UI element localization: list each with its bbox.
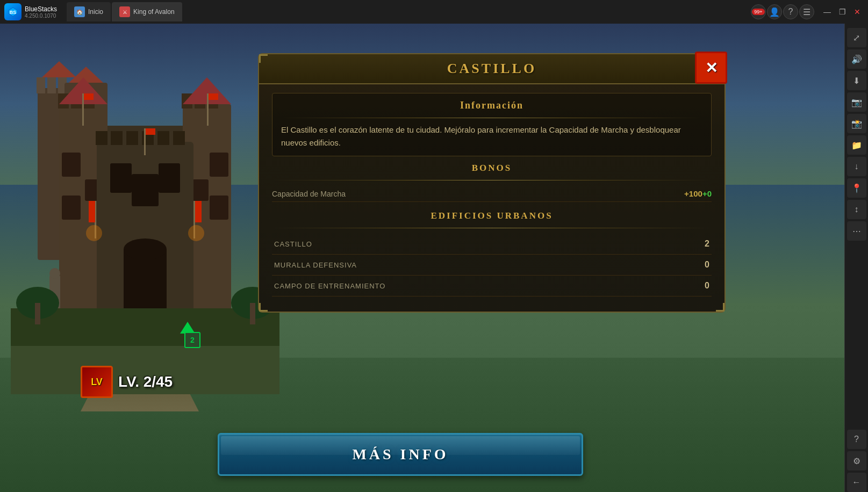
svg-rect-28	[111, 131, 123, 145]
building-label-0: CASTILLO	[274, 240, 312, 248]
svg-rect-42	[84, 93, 94, 100]
close-btn-win[interactable]: ✕	[851, 5, 864, 18]
svg-rect-41	[82, 93, 84, 126]
sound-btn[interactable]: 🔊	[847, 49, 866, 69]
resize-btn[interactable]: ↕	[847, 200, 866, 219]
svg-rect-27	[96, 131, 107, 145]
panel-title: CASTILLO	[270, 61, 714, 77]
panel-content: Información El Castillo es el corazón la…	[259, 84, 724, 312]
tab-game[interactable]: ⚔ King of Avalon	[112, 2, 182, 21]
svg-rect-45	[144, 128, 146, 155]
svg-rect-24	[210, 196, 228, 220]
svg-marker-8	[69, 67, 103, 83]
svg-point-37	[124, 238, 167, 260]
svg-marker-6	[42, 61, 76, 77]
svg-rect-46	[146, 128, 155, 135]
help-btn[interactable]: ?	[783, 4, 798, 19]
svg-rect-4	[47, 77, 56, 93]
panel-title-bar: CASTILLO	[259, 54, 724, 84]
lv-icon: LV	[81, 366, 113, 398]
svg-text:BS: BS	[10, 10, 17, 15]
svg-rect-43	[207, 93, 209, 126]
tab-game-label: King of Avalon	[133, 8, 175, 16]
building-value-0: 2	[705, 239, 709, 249]
svg-rect-25	[192, 179, 209, 201]
building-row-muralla: MURALLA DEFENSIVA 0	[272, 255, 712, 276]
svg-rect-16	[62, 196, 81, 220]
svg-point-54	[49, 268, 60, 279]
edificios-section: EDIFICIOS URBANOS CASTILLO 2 MURALLA DEF…	[272, 211, 712, 296]
notification-btn[interactable]: 99+	[751, 4, 766, 19]
bonos-section: BONOS Capacidad de Marcha +100+0	[272, 163, 712, 202]
titlebar-controls: 99+ 👤 ? ☰ — ❐ ✕	[751, 4, 868, 19]
svg-rect-32	[173, 131, 185, 145]
mas-info-label: MÁS INFO	[352, 446, 448, 463]
svg-rect-60	[250, 303, 255, 324]
svg-rect-35	[132, 174, 159, 206]
svg-rect-3	[37, 77, 45, 93]
maximize-btn[interactable]: ❐	[836, 5, 849, 18]
screenshot-btn[interactable]: 📷	[847, 92, 866, 112]
more-btn[interactable]: ⋯	[847, 221, 866, 241]
edificios-divider	[272, 228, 712, 228]
edificios-title: EDIFICIOS URBANOS	[272, 211, 712, 221]
import-btn[interactable]: ↓	[847, 157, 866, 176]
bonus-value-marcha: +100+0	[684, 189, 712, 198]
close-button[interactable]: ✕	[695, 52, 727, 84]
download-btn[interactable]: ⬇	[847, 71, 866, 90]
corner-decoration-br	[716, 303, 724, 312]
sidebar-back-btn[interactable]: ←	[847, 473, 866, 492]
svg-rect-31	[157, 131, 169, 145]
info-description: El Castillo es el corazón latente de tu …	[281, 124, 702, 149]
svg-rect-29	[126, 131, 138, 145]
mas-info-button[interactable]: MÁS INFO	[218, 433, 583, 476]
user-btn[interactable]: 👤	[767, 4, 782, 19]
sidebar-help-btn[interactable]: ?	[847, 430, 866, 449]
tab-bar: 🏠 Inicio ⚔ King of Avalon	[67, 2, 182, 21]
camera-btn[interactable]: 📸	[847, 114, 866, 133]
svg-rect-59	[35, 303, 40, 324]
building-label-1: MURALLA DEFENSIVA	[274, 261, 357, 269]
svg-rect-15	[62, 153, 81, 177]
menu-btn[interactable]: ☰	[799, 4, 814, 19]
minimize-btn[interactable]: —	[821, 5, 834, 18]
expand-btn[interactable]: ⤢	[847, 28, 866, 47]
app-logo: BS BlueStacks 4.250.0.1070	[0, 3, 61, 20]
svg-rect-33	[110, 163, 132, 193]
tab-home-label: Inicio	[88, 8, 103, 16]
location-btn[interactable]: 📍	[847, 178, 866, 198]
info-section-title: Información	[281, 100, 702, 111]
building-value-2: 0	[705, 281, 709, 291]
bonos-title: BONOS	[272, 163, 712, 173]
castle-illustration	[11, 45, 279, 394]
info-section: Información El Castillo es el corazón la…	[272, 93, 712, 156]
bonus-row-marcha: Capacidad de Marcha +100+0	[272, 186, 712, 202]
game-area: LV LV. 2/45 2 ✕ CASTILLO Información El …	[0, 24, 844, 492]
building-row-castillo: CASTILLO 2	[272, 234, 712, 255]
bonos-divider	[272, 180, 712, 180]
sidebar-settings-btn[interactable]: ⚙	[847, 451, 866, 471]
bluestacks-icon: BS	[4, 3, 21, 20]
titlebar: BS BlueStacks 4.250.0.1070 🏠 Inicio ⚔ Ki…	[0, 0, 868, 24]
building-row-campo: CAMPO DE ENTRENAMIENTO 0	[272, 276, 712, 296]
svg-rect-23	[210, 153, 228, 177]
corner-decoration-tl	[259, 54, 268, 63]
svg-rect-50	[195, 201, 202, 222]
svg-point-52	[188, 225, 204, 241]
info-divider	[281, 118, 702, 118]
folder-btn[interactable]: 📁	[847, 135, 866, 155]
corner-decoration-bl	[259, 303, 268, 312]
home-icon: 🏠	[74, 6, 85, 17]
tab-home[interactable]: 🏠 Inicio	[67, 2, 111, 21]
info-panel: ✕ CASTILLO Información El Castillo es el…	[258, 53, 726, 313]
level-display: LV. 2/45	[118, 373, 173, 390]
bonus-label-marcha: Capacidad de Marcha	[272, 190, 346, 198]
app-name: BlueStacks 4.250.0.1070	[25, 5, 57, 19]
bonus-base-value: +100	[684, 189, 702, 198]
svg-rect-48	[89, 201, 95, 222]
bonus-extra-value: +0	[702, 189, 712, 198]
game-icon: ⚔	[119, 6, 130, 17]
level-badge: LV LV. 2/45	[81, 366, 173, 398]
svg-point-51	[86, 225, 102, 241]
building-value-1: 0	[705, 260, 709, 270]
